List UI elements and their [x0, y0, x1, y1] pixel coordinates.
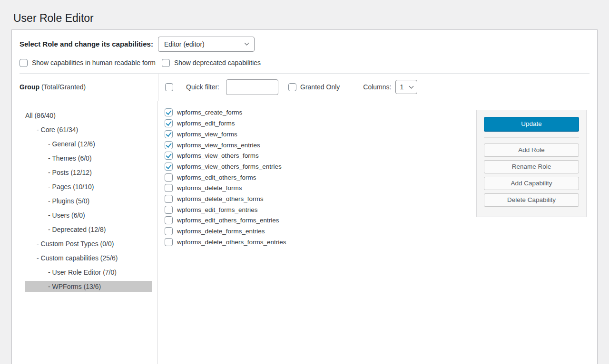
show-human-readable-label: Show capabilities in human readable form [32, 59, 156, 67]
group-suffix: (Total/Granted) [39, 83, 86, 91]
group-tree-item[interactable]: All (86/40) [25, 110, 152, 121]
capability-row: wpforms_edit_forms_entries [165, 204, 476, 215]
capability-label: wpforms_delete_others_forms [177, 195, 264, 202]
select-role-label: Select Role and change its capabilities: [20, 40, 153, 48]
columns-select[interactable]: 1 [395, 80, 417, 94]
capability-row: wpforms_delete_forms_entries [165, 226, 476, 237]
capability-row: wpforms_edit_others_forms [165, 172, 476, 183]
group-tree-item[interactable]: - Users (6/0) [25, 210, 152, 221]
capability-label: wpforms_view_others_forms_entries [177, 163, 282, 170]
group-tree-item[interactable]: - WPForms (13/6) [25, 281, 152, 292]
page-title: User Role Editor [0, 0, 609, 29]
main-area: All (86/40)- Core (61/34)- General (12/6… [12, 101, 597, 364]
divider [484, 137, 579, 138]
capability-checkbox[interactable] [165, 184, 173, 192]
capabilities-list: wpforms_create_formswpforms_edit_formswp… [158, 101, 476, 364]
capability-label: wpforms_delete_forms_entries [177, 228, 265, 235]
capability-row: wpforms_view_forms [165, 129, 476, 140]
capability-label: wpforms_edit_forms [177, 120, 235, 127]
role-select-value: Editor (editor) [164, 40, 205, 48]
capability-row: wpforms_view_others_forms_entries [165, 161, 476, 172]
capability-checkbox[interactable] [165, 119, 173, 127]
show-human-readable-checkbox[interactable] [20, 59, 28, 67]
top-section: Select Role and change its capabilities:… [12, 30, 597, 73]
capability-label: wpforms_create_forms [177, 109, 242, 116]
capability-label: wpforms_delete_forms [177, 184, 242, 192]
quick-filter-label: Quick filter: [186, 83, 219, 91]
columns-label: Columns: [363, 83, 391, 91]
group-tree-item[interactable]: - Posts (12/12) [25, 167, 152, 178]
capability-label: wpforms_view_forms [177, 131, 237, 138]
group-tree-item[interactable]: - Pages (10/10) [25, 181, 152, 192]
capability-row: wpforms_create_forms [165, 107, 476, 118]
delete-capability-button[interactable]: Delete Capability [484, 193, 579, 207]
group-label: Group [20, 83, 39, 91]
rename-role-button[interactable]: Rename Role [484, 160, 579, 173]
capability-checkbox[interactable] [165, 163, 173, 171]
update-button[interactable]: Update [484, 117, 579, 131]
capability-checkbox[interactable] [165, 173, 173, 182]
capability-row: wpforms_edit_forms [165, 118, 476, 129]
capability-row: wpforms_view_others_forms [165, 150, 476, 161]
capability-row: wpforms_delete_forms [165, 182, 476, 193]
select-all-checkbox[interactable] [165, 83, 173, 91]
groups-tree: All (86/40)- Core (61/34)- General (12/6… [12, 101, 158, 364]
show-deprecated-checkbox[interactable] [162, 59, 170, 67]
actions-panel: Update Add RoleRename RoleAdd Capability… [476, 110, 587, 217]
chevron-down-icon [244, 41, 249, 46]
capability-row: wpforms_edit_others_forms_entries [165, 215, 476, 226]
columns-select-value: 1 [400, 83, 403, 91]
group-tree-item[interactable]: - Core (61/34) [25, 124, 152, 135]
group-tree-item[interactable]: - Custom capabilities (25/6) [25, 252, 152, 264]
add-role-button[interactable]: Add Role [484, 144, 579, 157]
capability-checkbox[interactable] [165, 227, 173, 235]
quick-filter-input[interactable] [226, 79, 278, 95]
granted-only-label: Granted Only [300, 83, 340, 91]
capability-checkbox[interactable] [165, 141, 173, 149]
group-header: Group (Total/Granted) [12, 74, 158, 101]
group-tree-item[interactable]: - Plugins (5/0) [25, 195, 152, 207]
filter-controls: Quick filter: Granted Only Columns: 1 [158, 74, 597, 101]
capability-checkbox[interactable] [165, 195, 173, 203]
capability-label: wpforms_view_forms_entries [177, 142, 260, 149]
filter-bar: Group (Total/Granted) Quick filter: Gran… [12, 74, 597, 101]
capability-row: wpforms_delete_others_forms [165, 193, 476, 204]
group-tree-item[interactable]: - Themes (6/0) [25, 153, 152, 164]
capability-checkbox[interactable] [165, 108, 173, 116]
capability-label: wpforms_delete_others_forms_entries [177, 239, 286, 246]
capability-label: wpforms_edit_forms_entries [177, 206, 258, 213]
capability-checkbox[interactable] [165, 130, 173, 138]
secondary-buttons: Add RoleRename RoleAdd CapabilityDelete … [484, 144, 579, 207]
group-tree-item[interactable]: - General (12/6) [25, 138, 152, 150]
capability-checkbox[interactable] [165, 152, 173, 160]
add-capability-button[interactable]: Add Capability [484, 177, 579, 190]
capability-row: wpforms_view_forms_entries [165, 140, 476, 151]
group-tree-item[interactable]: - User Role Editor (7/0) [25, 267, 152, 278]
capability-label: wpforms_edit_others_forms_entries [177, 217, 279, 224]
granted-only-checkbox[interactable] [288, 83, 296, 91]
group-tree-item[interactable]: - Custom Post Types (0/0) [25, 238, 152, 249]
capability-checkbox[interactable] [165, 206, 173, 214]
capability-label: wpforms_view_others_forms [177, 152, 259, 159]
show-deprecated-label: Show deprecated capabilities [174, 59, 261, 67]
capability-checkbox[interactable] [165, 238, 173, 246]
group-tree-item[interactable]: - Deprecated (12/8) [25, 224, 152, 235]
role-editor-panel: Select Role and change its capabilities:… [11, 29, 598, 364]
role-select[interactable]: Editor (editor) [158, 37, 255, 52]
chevron-down-icon [409, 84, 414, 88]
capability-label: wpforms_edit_others_forms [177, 174, 256, 181]
capability-checkbox[interactable] [165, 216, 173, 224]
capability-row: wpforms_delete_others_forms_entries [165, 237, 476, 248]
